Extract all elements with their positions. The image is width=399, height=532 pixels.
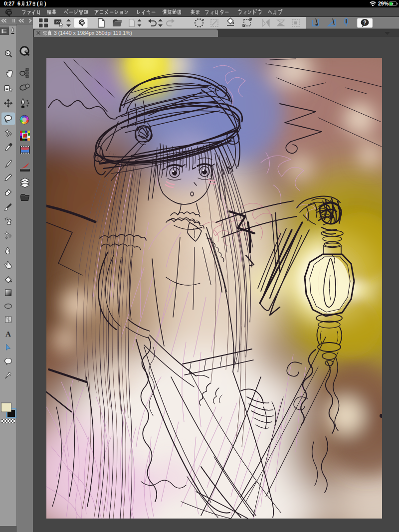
svg-text:29%: 29% xyxy=(378,0,389,6)
svg-text:): ) xyxy=(44,0,46,6)
svg-text:(: ( xyxy=(37,0,39,6)
svg-text:6: 6 xyxy=(17,0,20,6)
svg-text:17: 17 xyxy=(26,0,32,6)
svg-text:0:27: 0:27 xyxy=(4,0,14,6)
svg-text:?: ? xyxy=(363,19,366,25)
svg-text:A: A xyxy=(5,330,11,338)
svg-text:3 (1440 x 1984px 350dpi 119.1%: 3 (1440 x 1984px 350dpi 119.1%) xyxy=(54,30,132,36)
